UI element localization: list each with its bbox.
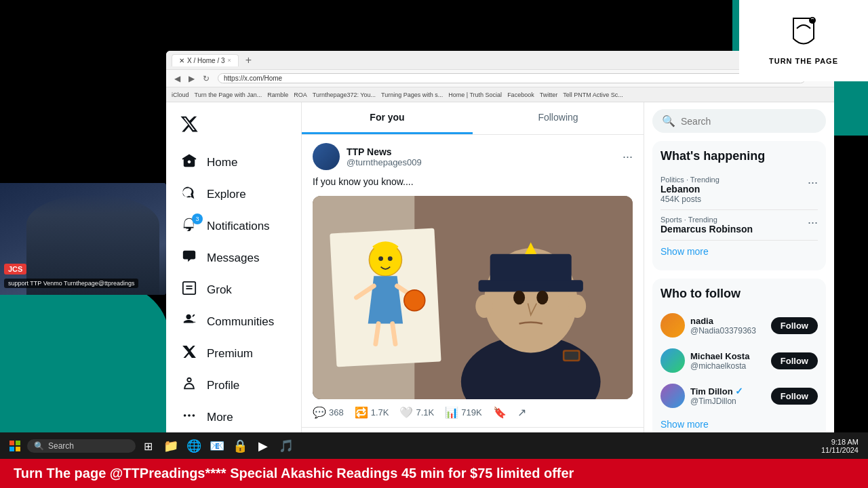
tab-for-you[interactable]: For you — [302, 102, 473, 134]
trend-category-1: Politics · Trending — [660, 176, 719, 184]
taskbar-app-5[interactable]: ▶ — [252, 435, 274, 457]
sidebar-item-more-label: More — [207, 411, 233, 424]
twitter-logo[interactable] — [173, 109, 294, 142]
trend-more-1[interactable]: ··· — [808, 176, 818, 190]
like-icon: 🤍 — [399, 406, 413, 419]
sidebar-item-explore[interactable]: Explore — [173, 179, 294, 209]
tweet-1-header: TTP News @turnthepages009 ··· — [313, 143, 633, 170]
browser-tab-active[interactable]: ✕ X / Home / 3 × — [172, 54, 239, 66]
bookmark-icloud[interactable]: iCloud — [172, 92, 189, 98]
browser-window: ✕ X / Home / 3 × + ◀ ▶ ↻ https://x.com/H… — [166, 51, 834, 471]
taskbar-search[interactable]: 🔍 Search — [27, 439, 136, 453]
share-action[interactable]: ↗ — [517, 406, 526, 419]
explore-icon — [181, 185, 197, 203]
bookmark-turnpage[interactable]: Turnthepage372: You... — [313, 92, 376, 98]
retweet-action[interactable]: 🔁 1.7K — [355, 406, 389, 419]
sidebar-item-profile[interactable]: Profile — [173, 370, 294, 401]
follow-avatar-nadia — [660, 313, 685, 338]
sidebar-item-home[interactable]: Home — [173, 147, 294, 178]
sidebar-item-communities-label: Communities — [207, 315, 274, 329]
follow-avatar-tim — [660, 384, 685, 408]
tab-label: X / Home / 3 — [187, 57, 225, 64]
follow-btn-tim[interactable]: Follow — [771, 388, 818, 405]
time-display: 9:18 AM — [821, 438, 859, 446]
taskbar-app-6[interactable]: 🎵 — [275, 435, 297, 457]
messages-icon — [181, 249, 197, 267]
svg-line-25 — [376, 323, 378, 344]
tim-verified-icon: ✓ — [735, 386, 743, 396]
retweet-count: 1.7K — [371, 407, 389, 418]
trending-show-more[interactable]: Show more — [660, 241, 818, 262]
taskbar-app-4[interactable]: 🔒 — [229, 435, 251, 457]
svg-rect-33 — [9, 447, 14, 451]
taskbar-app-1[interactable]: 📁 — [160, 435, 182, 457]
sidebar-item-messages[interactable]: Messages — [173, 243, 294, 273]
sidebar-item-grok-label: Grok — [207, 283, 232, 297]
bookmark-roa[interactable]: ROA — [294, 92, 307, 98]
bookmark-ttp[interactable]: Turn the Page with Jan... — [195, 92, 262, 98]
bookmark-facebook[interactable]: Facebook — [507, 92, 534, 98]
sidebar-item-notifications[interactable]: Notifications 3 — [173, 211, 294, 241]
bookmark-icon: 🔖 — [493, 406, 507, 419]
taskbar-search-label: Search — [48, 441, 74, 451]
sidebar-item-messages-label: Messages — [207, 251, 259, 265]
tab-following[interactable]: Following — [473, 102, 644, 134]
svg-rect-34 — [16, 447, 20, 451]
bookmark-twitter[interactable]: Twitter — [540, 92, 558, 98]
sidebar-item-more[interactable]: More — [173, 402, 294, 432]
url-bar[interactable]: https://x.com/Home — [218, 73, 806, 83]
views-action[interactable]: 📊 719K — [445, 406, 481, 419]
trend-item-demarcus[interactable]: Sports · Trending Demarcus Robinson ··· — [660, 210, 818, 241]
bookmark-pntm[interactable]: Tell PNTM Active Sc... — [563, 92, 623, 98]
follow-btn-michael[interactable]: Follow — [771, 352, 818, 369]
trending-section: What's happening Politics · Trending Leb… — [652, 141, 826, 270]
tweet-1-avatar — [313, 143, 340, 170]
bookmark-turning[interactable]: Turning Pages with s... — [381, 92, 443, 98]
taskbar-app-3[interactable]: 📧 — [206, 435, 228, 457]
svg-rect-31 — [9, 441, 14, 445]
who-to-follow-section: Who to follow nadia @Nadia03379363 Follo… — [652, 279, 826, 443]
start-btn[interactable] — [4, 435, 26, 457]
task-view-btn[interactable]: ⊞ — [137, 435, 159, 457]
retweet-icon: 🔁 — [355, 406, 368, 419]
sidebar-item-communities[interactable]: Communities — [173, 306, 294, 337]
follow-info-michael: Michael Kosta @michaelkosta — [690, 351, 766, 371]
forward-btn[interactable]: ▶ — [186, 73, 197, 85]
like-action[interactable]: 🤍 7.1K — [399, 406, 434, 419]
trend-more-2[interactable]: ··· — [808, 216, 818, 230]
trend-name-2: Demarcus Robinson — [660, 224, 753, 235]
right-sidebar: 🔍 What's happening Politics · Trending L… — [644, 102, 834, 471]
svg-point-17 — [568, 294, 586, 317]
tweet-1-image-inner — [313, 196, 633, 399]
search-input[interactable] — [681, 116, 816, 127]
sidebar-item-profile-label: Profile — [207, 379, 239, 392]
follow-name-tim: Tim Dillon ✓ — [690, 386, 766, 396]
follow-info-nadia: nadia @Nadia03379363 — [690, 316, 766, 336]
tweet-1-user: TTP News @turnthepages009 — [347, 146, 616, 167]
bookmark-action[interactable]: 🔖 — [493, 406, 507, 419]
browser-bookmarks: iCloud Turn the Page with Jan... Ramble … — [166, 87, 834, 102]
main-content: Home Explore Notifications 3 Message — [166, 102, 834, 471]
follow-avatar-michael — [660, 348, 685, 373]
sidebar-item-grok[interactable]: Grok — [173, 274, 294, 305]
bookmark-truth[interactable]: Home | Truth Social — [448, 92, 502, 98]
reply-action[interactable]: 💬 368 — [313, 406, 344, 419]
ttp-logo-icon — [787, 15, 821, 54]
sidebar-item-premium[interactable]: Premium — [173, 338, 294, 369]
new-tab-btn[interactable]: + — [243, 54, 254, 66]
search-bar[interactable]: 🔍 — [652, 109, 826, 133]
follow-handle-nadia: @Nadia03379363 — [690, 326, 766, 336]
trend-name-1: Lebanon — [660, 184, 719, 195]
trend-item-lebanon[interactable]: Politics · Trending Lebanon 454K posts ·… — [660, 170, 818, 210]
follow-btn-nadia[interactable]: Follow — [771, 317, 818, 334]
tweet-1-more-btn[interactable]: ··· — [623, 150, 633, 164]
bookmark-ramble[interactable]: Ramble — [267, 92, 288, 98]
refresh-btn[interactable]: ↻ — [200, 73, 212, 85]
taskbar-app-2[interactable]: 🌐 — [183, 435, 205, 457]
trend-category-2: Sports · Trending — [660, 216, 753, 224]
back-btn[interactable]: ◀ — [172, 73, 183, 85]
tweet-1-image — [313, 196, 633, 399]
tab-close-btn[interactable]: × — [228, 57, 231, 64]
follow-handle-tim: @TimJDillon — [690, 396, 766, 406]
follow-info-tim: Tim Dillon ✓ @TimJDillon — [690, 386, 766, 406]
